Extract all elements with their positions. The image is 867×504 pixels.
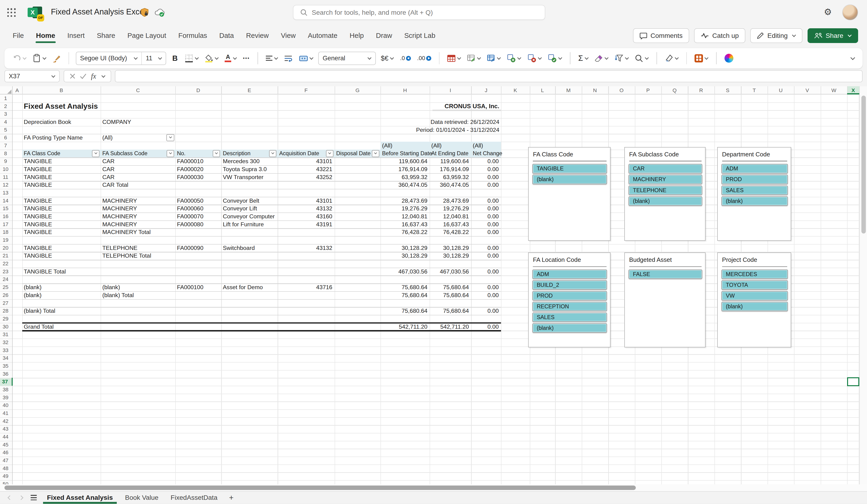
cell-H15[interactable]: 19,276.29 (382, 205, 428, 212)
report-filter-dropdown[interactable] (167, 134, 174, 141)
row-header-4[interactable]: 4 (0, 118, 11, 126)
sort-filter-button[interactable] (613, 53, 630, 64)
cell-B17[interactable]: TANGIBLE (24, 220, 100, 228)
app-launcher-icon[interactable] (7, 8, 16, 17)
row-header-26[interactable]: 26 (0, 291, 11, 299)
next-sheet-button[interactable] (15, 492, 26, 504)
cell-D11[interactable]: FA000030 (177, 173, 220, 181)
cell-H16[interactable]: 12,040.81 (382, 212, 428, 220)
slicer-item--blank-[interactable]: (blank) (721, 196, 788, 206)
cell-I7-all-label[interactable]: (All) (431, 142, 470, 150)
cell-B20[interactable]: TANGIBLE (24, 244, 100, 252)
cell-J23[interactable]: 0.00 (473, 268, 499, 276)
menu-tab-formulas[interactable]: Formulas (172, 27, 213, 45)
row-header-33[interactable]: 33 (0, 347, 11, 354)
row-header-17[interactable]: 17 (0, 220, 11, 228)
menu-tab-review[interactable]: Review (240, 27, 275, 45)
settings-gear-icon[interactable]: ⚙ (824, 7, 832, 18)
currency-format-button[interactable]: $€ (379, 53, 395, 63)
row-header-38[interactable]: 38 (0, 386, 11, 394)
cell-B15[interactable]: TANGIBLE (24, 205, 100, 212)
name-box[interactable]: X37 (4, 70, 60, 82)
cell-H7-all-label[interactable]: (All) (382, 142, 428, 150)
cell-F20[interactable]: 43132 (279, 244, 332, 252)
sheet-tab-book-value[interactable]: Book Value (119, 492, 164, 504)
column-header-B[interactable]: B (22, 86, 101, 95)
column-header-U[interactable]: U (768, 86, 794, 95)
clear-button[interactable] (593, 53, 609, 64)
cell-I10[interactable]: 176,914.09 (431, 165, 469, 173)
pivottable-button[interactable] (694, 53, 709, 64)
cell-I23[interactable]: 467,030.56 (431, 268, 469, 276)
vertical-scrollbar-thumb[interactable] (861, 96, 866, 234)
filter-dropdown-G8[interactable] (372, 150, 379, 157)
cell-H12[interactable]: 360,474.05 (382, 181, 428, 189)
cell-D17[interactable]: FA000080 (177, 220, 220, 228)
row-header-34[interactable]: 34 (0, 354, 11, 362)
comments-button[interactable]: Comments (633, 28, 689, 43)
menu-tab-draw[interactable]: Draw (370, 27, 398, 45)
add-sheet-button[interactable]: + (224, 492, 239, 504)
wrap-text-button[interactable] (283, 53, 294, 63)
filter-dropdown-B8[interactable] (92, 150, 99, 157)
autosum-button[interactable]: Σ (577, 53, 590, 64)
cell-I4-data-retrieved[interactable]: Data retrieved: 26/12/2024 (333, 118, 499, 126)
cell-C6-filter2-value[interactable]: (All) (102, 134, 174, 142)
row-header-1[interactable]: 1 (0, 95, 11, 102)
row-header-16[interactable]: 16 (0, 212, 11, 220)
row-header-35[interactable]: 35 (0, 362, 11, 370)
cell-F16[interactable]: 43160 (279, 212, 332, 220)
cell-F17[interactable]: 43191 (279, 220, 332, 228)
slicer-item-car[interactable]: CAR (629, 164, 702, 173)
row-header-39[interactable]: 39 (0, 394, 11, 402)
row-header-46[interactable]: 46 (0, 449, 11, 457)
cell-H8-header[interactable]: Before Starting Date (382, 150, 428, 157)
cell-E10[interactable]: Toyota Supra 3.0 (223, 165, 276, 173)
cell-H25[interactable]: 75,680.64 (382, 283, 428, 291)
menu-tab-script-lab[interactable]: Script Lab (398, 27, 441, 45)
cell-I9[interactable]: 119,600.64 (431, 157, 469, 165)
cell-B16[interactable]: TANGIBLE (24, 212, 100, 220)
cloud-saved-icon[interactable] (154, 8, 165, 20)
editing-mode-button[interactable]: Editing (750, 28, 802, 43)
cell-D10[interactable]: FA000020 (177, 165, 220, 173)
row-header-48[interactable]: 48 (0, 464, 11, 472)
row-header-5[interactable]: 5 (0, 126, 11, 134)
column-header-P[interactable]: P (635, 86, 661, 95)
format-as-table-button[interactable] (446, 53, 462, 64)
column-header-Q[interactable]: Q (661, 86, 688, 95)
cell-B9[interactable]: TANGIBLE (24, 157, 100, 165)
share-button[interactable]: Share (807, 28, 858, 43)
cell-B11[interactable]: TANGIBLE (24, 173, 100, 181)
cell-I17[interactable]: 16,637.43 (431, 220, 469, 228)
filter-dropdown-F8[interactable] (326, 150, 333, 157)
cell-H30[interactable]: 542,711.20 (382, 323, 428, 331)
font-color-button[interactable]: A (224, 53, 238, 63)
select-all-corner[interactable] (7, 89, 11, 94)
column-header-C[interactable]: C (100, 86, 175, 95)
vertical-scrollbar[interactable] (859, 86, 867, 485)
cell-B6-filter2-label[interactable]: FA Posting Type Name (24, 134, 100, 142)
cell-J25[interactable]: 0.00 (473, 283, 499, 291)
slicer-item--blank-[interactable]: (blank) (721, 302, 788, 311)
cell-E11[interactable]: VW Transporter (223, 173, 276, 181)
cell-H23[interactable]: 467,030.56 (382, 268, 428, 276)
cell-C12[interactable]: CAR Total (102, 181, 174, 189)
column-header-W[interactable]: W (821, 86, 847, 95)
cell-C4-filter1-value[interactable]: COMPANY (102, 118, 174, 126)
row-header-8[interactable]: 8 (0, 150, 11, 157)
slicer-item-reception[interactable]: RECEPTION (532, 302, 607, 311)
more-font-options-button[interactable]: ••• (242, 54, 251, 62)
cell-F15[interactable]: 43132 (279, 205, 332, 212)
slicer-item--blank-[interactable]: (blank) (532, 323, 607, 333)
cell-J9[interactable]: 0.00 (473, 157, 499, 165)
cell-B2-title[interactable]: Fixed Asset Analysis (24, 102, 190, 110)
cell-I11[interactable]: 63,959.32 (431, 173, 469, 181)
cell-H21[interactable]: 30,128.29 (382, 252, 428, 260)
slicer-item-vw[interactable]: VW (721, 291, 788, 300)
cell-F25[interactable]: 43716 (279, 283, 332, 291)
column-header-O[interactable]: O (608, 86, 635, 95)
selected-row-header-label[interactable]: 37 (0, 378, 10, 386)
menu-tab-automate[interactable]: Automate (302, 27, 343, 45)
cell-J17[interactable]: 0.00 (473, 220, 499, 228)
